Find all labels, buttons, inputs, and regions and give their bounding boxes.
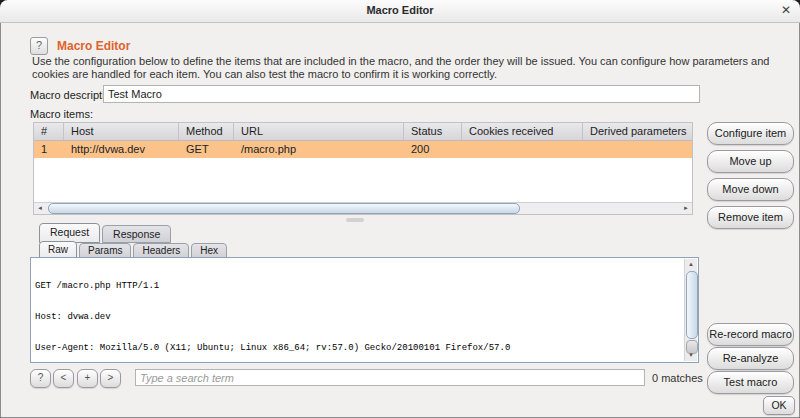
request-line: User-Agent: Mozilla/5.0 (X11; Ubuntu; Li… xyxy=(35,343,682,353)
cell-host: http://dvwa.dev xyxy=(64,141,179,158)
cell-derived-parameters xyxy=(583,141,692,158)
scrollbar-thumb[interactable] xyxy=(48,203,520,214)
request-text: GET /macro.php HTTP/1.1 Host: dvwa.dev U… xyxy=(35,260,682,361)
scroll-down-icon[interactable]: ▼ xyxy=(685,350,697,361)
test-macro-button[interactable]: Test macro xyxy=(707,371,794,394)
macro-items-table: # Host Method URL Status Cookies receive… xyxy=(33,122,693,215)
macro-editor-window: Macro Editor ✕ ? Macro Editor Use the co… xyxy=(0,0,800,418)
scroll-up-icon[interactable]: ▲ xyxy=(685,259,697,270)
splitter-handle[interactable] xyxy=(346,218,364,222)
configure-item-button[interactable]: Configure item xyxy=(707,122,794,145)
re-record-macro-button[interactable]: Re-record macro xyxy=(707,323,794,346)
editor-vertical-scrollbar[interactable]: ▲ ▼ xyxy=(684,259,697,361)
macro-description-input[interactable] xyxy=(103,85,700,103)
column-header-url: URL xyxy=(234,123,404,140)
cell-method: GET xyxy=(179,141,234,158)
remove-item-button[interactable]: Remove item xyxy=(707,206,794,229)
column-header-num: # xyxy=(34,123,64,140)
column-header-status: Status xyxy=(404,123,462,140)
table-row[interactable]: 1 http://dvwa.dev GET /macro.php 200 xyxy=(34,141,692,158)
cell-url: /macro.php xyxy=(234,141,404,158)
move-up-button[interactable]: Move up xyxy=(707,150,794,173)
request-viewer[interactable]: GET /macro.php HTTP/1.1 Host: dvwa.dev U… xyxy=(30,257,699,363)
table-header-row: # Host Method URL Status Cookies receive… xyxy=(34,123,692,141)
description-text: Use the configuration below to define th… xyxy=(32,55,774,81)
cell-status: 200 xyxy=(404,141,462,158)
cell-num: 1 xyxy=(34,141,64,158)
window-titlebar[interactable]: Macro Editor ✕ xyxy=(0,0,800,23)
table-horizontal-scrollbar[interactable]: ◄ ► xyxy=(34,202,692,214)
request-line: GET /macro.php HTTP/1.1 xyxy=(35,281,682,291)
scroll-right-icon[interactable]: ► xyxy=(680,203,692,214)
window-title: Macro Editor xyxy=(0,4,800,16)
column-header-cookies: Cookies received xyxy=(462,123,583,140)
re-analyze-macro-button[interactable]: Re-analyze macro xyxy=(707,347,794,370)
search-input[interactable] xyxy=(135,369,645,386)
ok-button[interactable]: OK xyxy=(763,396,795,415)
search-add-button[interactable]: + xyxy=(77,369,98,388)
column-header-derived: Derived parameters xyxy=(583,123,692,140)
move-down-button[interactable]: Move down xyxy=(707,178,794,201)
tab-request[interactable]: Request xyxy=(39,223,100,243)
help-button[interactable]: ? xyxy=(30,37,48,55)
column-header-method: Method xyxy=(179,123,234,140)
search-previous-button[interactable]: < xyxy=(53,369,74,388)
macro-items-label: Macro items: xyxy=(30,108,93,120)
close-icon[interactable]: ✕ xyxy=(781,3,791,17)
search-matches-count: 0 matches xyxy=(652,372,703,384)
request-line: Host: dvwa.dev xyxy=(35,312,682,322)
search-help-button[interactable]: ? xyxy=(30,369,51,388)
column-header-host: Host xyxy=(64,123,179,140)
scrollbar-thumb[interactable] xyxy=(686,271,698,339)
scroll-left-icon[interactable]: ◄ xyxy=(34,203,46,214)
message-tabs: Request Response xyxy=(39,223,173,243)
search-next-button[interactable]: > xyxy=(100,369,121,388)
cell-cookies-received xyxy=(462,141,583,158)
page-title: Macro Editor xyxy=(57,39,130,53)
